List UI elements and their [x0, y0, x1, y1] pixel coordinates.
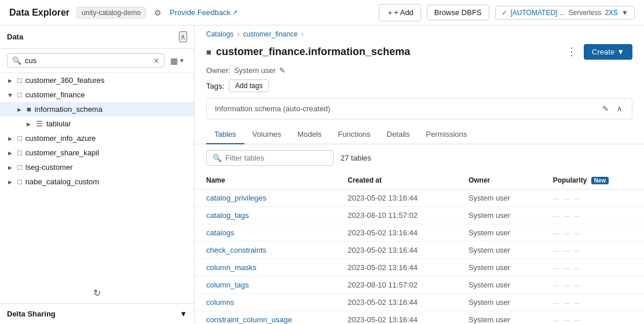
feedback-link[interactable]: Provide Feedback ↗ [170, 8, 237, 17]
cell-owner: System user [457, 311, 541, 325]
col-owner: Owner [457, 172, 541, 190]
table-name-link[interactable]: catalogs [206, 228, 234, 237]
schema-info-card: Information schema (auto-created) ✎ ∧ [206, 98, 632, 119]
sidebar-item-tablular[interactable]: ► ☰ tablular [0, 117, 194, 131]
sidebar-item-lseg-customer[interactable]: ► □ lseg-customer [0, 160, 194, 174]
cluster-size: 2XS [605, 9, 618, 17]
sidebar-search-input[interactable] [25, 56, 150, 65]
cell-name: constraint_column_usage [195, 311, 336, 325]
table-name-link[interactable]: constraint_column_usage [206, 315, 292, 324]
main-layout: Data ∧ 🔍 ✕ ▦ ▼ ► □ customer_360_features [0, 26, 644, 324]
catalog-icon: □ [17, 134, 22, 143]
delta-sharing-label: Delta Sharing [7, 310, 56, 318]
table-name-link[interactable]: column_tags [206, 281, 249, 289]
create-chevron-icon: ▼ [617, 48, 624, 56]
table-row: constraint_column_usage 2023-05-02 13:16… [195, 311, 644, 325]
sidebar-collapse-button[interactable]: ∧ [179, 31, 187, 42]
table-filter-row: 🔍 27 tables [195, 144, 644, 172]
tab-permissions[interactable]: Permissions [418, 125, 475, 144]
table-row: column_tags 2023-08-10 11:57:02 System u… [195, 276, 644, 294]
sidebar-item-customer-info-azure[interactable]: ► □ customer_info_azure [0, 131, 194, 145]
sidebar-item-information-schema[interactable]: ► ■ information_schema [0, 102, 194, 117]
new-badge: New [591, 177, 609, 184]
delta-sharing-section[interactable]: Delta Sharing ▼ [0, 303, 194, 324]
collapse-schema-icon[interactable]: ∧ [616, 103, 624, 114]
schema-card-actions: ✎ ∧ [601, 103, 624, 114]
check-icon: ✓ [502, 9, 507, 17]
tab-tables[interactable]: Tables [206, 125, 244, 144]
table-name-link[interactable]: check_constraints [206, 246, 266, 254]
sidebar: Data ∧ 🔍 ✕ ▦ ▼ ► □ customer_360_features [0, 26, 195, 324]
sidebar-search-row: 🔍 ✕ ▦ ▼ [0, 49, 194, 73]
sidebar-item-customer-finance[interactable]: ▼ □ customer_finance [0, 88, 194, 102]
popularity-indicator: — — — [553, 316, 581, 323]
chevron-right-icon: ► [7, 164, 14, 171]
tags-label: Tags: [206, 82, 224, 90]
item-label: information_schema [35, 105, 103, 114]
schema-desc: Information schema (auto-created) [215, 104, 330, 113]
col-name: Name [195, 172, 336, 190]
tab-functions[interactable]: Functions [330, 125, 378, 144]
breadcrumb-sep-2: › [301, 30, 303, 38]
tab-models[interactable]: Models [289, 125, 330, 144]
owner-value: System user [234, 66, 276, 75]
create-button[interactable]: Create ▼ [584, 44, 632, 60]
item-label: customer_info_azure [25, 134, 96, 143]
popularity-indicator: — — — [553, 195, 581, 202]
plus-icon: ＋ [386, 8, 394, 18]
table-name-link[interactable]: catalog_tags [206, 211, 249, 220]
page-title: customer_finance.information_schema [216, 46, 410, 58]
chevron-right-icon: ► [7, 179, 14, 185]
cell-owner: System user [457, 276, 541, 294]
clear-search-button[interactable]: ✕ [153, 57, 159, 64]
sidebar-item-customer-share-kapil[interactable]: ► □ customer_share_kapil [0, 145, 194, 160]
cell-owner: System user [457, 242, 541, 259]
tab-details[interactable]: Details [379, 125, 418, 144]
filter-button[interactable]: ▦ ▼ [168, 55, 187, 67]
gear-button[interactable]: ⚙ [153, 7, 163, 19]
filter-tables-input[interactable] [225, 154, 327, 162]
item-label: customer_360_features [25, 76, 105, 85]
edit-owner-icon[interactable]: ✎ [279, 66, 286, 75]
add-tags-button[interactable]: Add tags [229, 79, 269, 92]
chevron-right-icon: ► [7, 150, 14, 156]
cell-popularity: — — — [541, 190, 644, 207]
cell-popularity: — — — [541, 311, 644, 325]
cell-created: 2023-05-02 13:16:44 [336, 294, 457, 311]
cell-owner: System user [457, 224, 541, 242]
table-name-link[interactable]: column_masks [206, 263, 257, 272]
cell-popularity: — — — [541, 242, 644, 259]
chevron-right-icon: ► [16, 106, 23, 113]
table-row: columns 2023-05-02 13:16:44 System user … [195, 294, 644, 311]
data-table: Name Created at Owner Popularity New cat… [195, 172, 644, 324]
tables-scroll-area[interactable]: Name Created at Owner Popularity New cat… [195, 172, 644, 324]
item-label: nabe_catalog_custom [25, 177, 99, 186]
edit-schema-icon[interactable]: ✎ [601, 103, 610, 114]
add-button[interactable]: ＋ + Add [379, 4, 421, 21]
schema-card-header: Information schema (auto-created) ✎ ∧ [207, 99, 632, 119]
table-row: catalogs 2023-05-02 13:16:44 System user… [195, 224, 644, 242]
table-name-link[interactable]: catalog_privileges [206, 194, 266, 202]
breadcrumb-catalogs[interactable]: Catalogs [206, 30, 233, 38]
popularity-indicator: — — — [553, 282, 581, 289]
tab-volumes[interactable]: Volumes [244, 125, 290, 144]
table-row: column_masks 2023-05-02 13:16:44 System … [195, 259, 644, 276]
cell-name: column_tags [195, 276, 336, 294]
sidebar-refresh-area: ↻ [0, 283, 194, 303]
more-options-button[interactable]: ⋮ [564, 43, 579, 60]
sidebar-item-nabe-catalog-custom[interactable]: ► □ nabe_catalog_custom [0, 174, 194, 189]
schema-title-icon: ■ [206, 47, 211, 57]
app-title: Data Explorer [9, 8, 69, 18]
breadcrumb-customer-finance[interactable]: customer_finance [243, 30, 298, 38]
table-name-link[interactable]: columns [206, 298, 234, 307]
cell-popularity: — — — [541, 276, 644, 294]
cluster-status-badge[interactable]: ✓ [AUTOMATED] ... Serverless 2XS ▼ [495, 6, 635, 20]
popularity-indicator: — — — [553, 299, 581, 306]
search-icon: 🔍 [12, 56, 21, 65]
filter-icon: ▦ [170, 56, 178, 65]
sidebar-item-customer-360-features[interactable]: ► □ customer_360_features [0, 73, 194, 88]
cell-created: 2023-05-02 13:16:44 [336, 242, 457, 259]
catalog-icon: □ [17, 163, 22, 172]
browse-dbfs-button[interactable]: Browse DBFS [427, 5, 489, 20]
cell-name: catalogs [195, 224, 336, 242]
